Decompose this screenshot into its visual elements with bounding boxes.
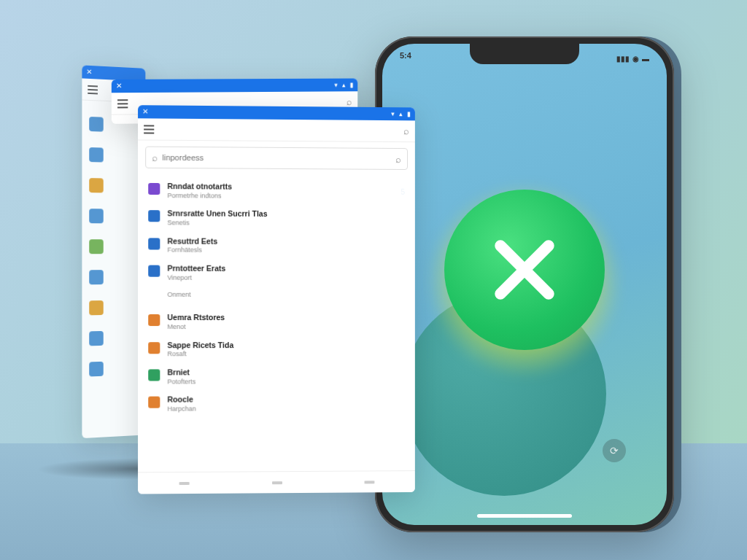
browser-window-stack: ✕ ✕ ▾ ▴ ▮ ⌕ ✕ ▾ ▴ ▮ ⌕ — [110, 71, 409, 482]
signal-icon: ▴ — [342, 82, 346, 89]
sidebar-app-icon[interactable] — [89, 270, 104, 284]
item-title: Roocle — [167, 394, 398, 405]
wifi-icon: ◉ — [632, 55, 639, 63]
item-subtitle: Vineport — [167, 273, 398, 282]
item-title: Resuttrd Eets — [167, 236, 398, 247]
sidebar-app-icon[interactable] — [89, 300, 104, 315]
item-subtitle: Pormetrhe indtons — [167, 192, 393, 201]
search-icon: ⌕ — [152, 152, 158, 163]
sidebar-icon-strip — [89, 117, 104, 376]
nav-item[interactable] — [179, 481, 190, 484]
search-icon[interactable]: ⌕ — [347, 96, 352, 107]
item-title: Sappe Ricets Tida — [167, 341, 398, 351]
item-text: Srnrsratte Unen Sucrri TlasSenetis — [167, 209, 398, 229]
search-icon[interactable]: ⌕ — [403, 125, 409, 136]
refresh-icon: ⟳ — [610, 445, 619, 456]
battery-icon: ▮ — [350, 81, 354, 88]
menu-icon[interactable] — [88, 85, 98, 94]
bottom-nav — [138, 470, 415, 494]
nav-item[interactable] — [272, 481, 282, 484]
sidebar-app-icon[interactable] — [89, 362, 104, 377]
nav-item[interactable] — [364, 481, 374, 483]
app-icon — [148, 314, 160, 326]
phone-screen: 5:4 ▮▮▮ ◉ ▬ ⟳ — [382, 44, 667, 525]
item-title: Prntotteer Erats — [167, 264, 398, 274]
home-indicator[interactable] — [477, 514, 572, 518]
app-icon — [148, 238, 160, 249]
item-text: Onment — [167, 291, 398, 300]
item-subtitle: Harpchan — [167, 405, 398, 414]
close-icon[interactable]: ✕ — [142, 108, 148, 115]
list-item[interactable]: Prntotteer EratsVineport — [138, 259, 415, 287]
sidebar-app-icon[interactable] — [89, 178, 104, 192]
search-input[interactable] — [162, 153, 391, 163]
item-subtitle: Rosaft — [167, 350, 398, 359]
menu-icon[interactable] — [144, 125, 154, 133]
item-text: Prntotteer EratsVineport — [167, 264, 398, 283]
item-subtitle: Fornhätesls — [167, 246, 398, 256]
app-icon — [148, 342, 160, 354]
sidebar-app-icon[interactable] — [89, 209, 104, 223]
item-title: Rnndat otnotartts — [167, 182, 393, 192]
close-icon — [484, 230, 565, 310]
list-item[interactable]: BrnietPotofterts — [138, 363, 415, 391]
list-item[interactable]: RoocleHarpchan — [138, 390, 415, 419]
list-item[interactable]: Srnrsratte Unen Sucrri TlasSenetis — [138, 204, 415, 233]
close-icon[interactable]: ✕ — [116, 82, 122, 90]
app-icon — [148, 265, 160, 277]
search-field[interactable]: ⌕ ⌕ — [145, 147, 408, 170]
item-subtitle: Onment — [167, 291, 398, 300]
item-subtitle: Senetis — [167, 219, 398, 228]
app-icon — [148, 183, 160, 195]
list-item[interactable]: Rnndat otnotarttsPormetrhe indtons5 — [138, 177, 415, 206]
battery-icon: ▬ — [642, 55, 649, 63]
item-subtitle: Potofterts — [167, 377, 398, 386]
action-button[interactable]: ⟳ — [603, 439, 626, 462]
signal-icon: ▴ — [399, 110, 403, 117]
toolbar: ⌕ — [138, 118, 415, 142]
item-badge: 5 — [401, 188, 406, 196]
battery-icon: ▮ — [407, 110, 411, 117]
list-item[interactable]: Sappe Ricets TidaRosaft — [138, 336, 415, 364]
result-list: Rnndat otnotarttsPormetrhe indtons5Srnrs… — [138, 174, 415, 421]
item-title: Brniet — [167, 368, 398, 378]
phone-notch — [470, 44, 579, 64]
status-indicators: ▮▮▮ ◉ ▬ — [616, 51, 649, 66]
sidebar-app-icon[interactable] — [89, 117, 104, 132]
item-text: Rnndat otnotarttsPormetrhe indtons — [167, 182, 393, 201]
list-item[interactable]: Uemra RtstoresMenot — [138, 308, 415, 336]
sidebar-app-icon[interactable] — [89, 147, 104, 163]
phone-device: 5:4 ▮▮▮ ◉ ▬ ⟳ — [375, 36, 674, 532]
close-icon[interactable]: ✕ — [86, 69, 92, 76]
item-text: Uemra RtstoresMenot — [167, 313, 398, 331]
app-icon — [148, 369, 160, 381]
item-text: Resuttrd EetsFornhätesls — [167, 236, 398, 255]
menu-icon[interactable] — [117, 99, 128, 108]
sidebar-app-icon[interactable] — [89, 331, 104, 346]
item-title: Uemra Rtstores — [167, 313, 398, 323]
list-item[interactable]: Resuttrd EetsFornhätesls — [138, 232, 415, 260]
item-title: Srnrsratte Unen Sucrri Tlas — [167, 209, 398, 220]
sidebar-app-icon[interactable] — [89, 239, 104, 254]
item-subtitle: Menot — [167, 323, 398, 332]
close-badge[interactable] — [444, 190, 605, 350]
signal-icon: ▮▮▮ — [616, 55, 630, 63]
browser-window-front: ✕ ▾ ▴ ▮ ⌕ ⌕ ⌕ Rnndat otnotarttsPormetrhe… — [138, 105, 415, 494]
chevron-down-icon[interactable]: ▾ — [391, 110, 395, 117]
chevron-down-icon[interactable]: ▾ — [334, 82, 338, 89]
status-time: 5:4 — [400, 51, 411, 66]
item-text: Sappe Ricets TidaRosaft — [167, 341, 398, 359]
titlebar: ✕ ▾ ▴ ▮ — [112, 79, 357, 93]
item-text: BrnietPotofterts — [167, 368, 398, 386]
search-icon[interactable]: ⌕ — [395, 153, 401, 164]
app-icon — [148, 397, 160, 408]
item-text: RoocleHarpchan — [167, 394, 398, 413]
list-item[interactable]: Onment — [138, 287, 415, 308]
app-icon — [148, 210, 160, 222]
